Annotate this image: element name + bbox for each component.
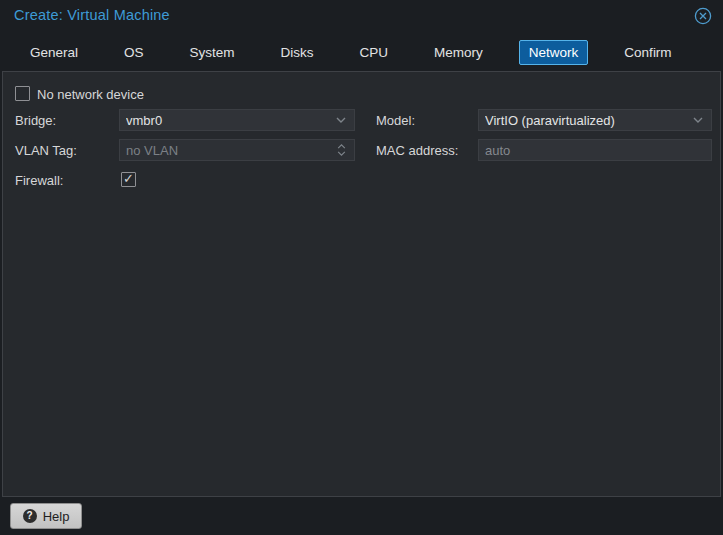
dialog-footer: ? Help Advanced ✓ Back Next	[0, 497, 723, 535]
no-network-device-label: No network device	[37, 87, 144, 102]
tab-os[interactable]: OS	[114, 40, 154, 65]
dialog-titlebar: Create: Virtual Machine	[0, 0, 723, 32]
vlan-tag-label: VLAN Tag:	[15, 143, 77, 158]
firewall-label: Firewall:	[15, 173, 63, 188]
dialog-title: Create: Virtual Machine	[14, 7, 170, 23]
network-tab-panel: ✓ No network device Bridge: Model: VLAN …	[2, 71, 721, 497]
tab-system[interactable]: System	[180, 40, 245, 65]
mac-address-label: MAC address:	[376, 143, 458, 158]
model-input[interactable]	[485, 113, 691, 128]
vlan-tag-input[interactable]	[126, 143, 334, 158]
chevron-down-icon[interactable]	[334, 110, 348, 130]
tab-general[interactable]: General	[20, 40, 88, 65]
tab-network[interactable]: Network	[519, 40, 589, 65]
bridge-combobox[interactable]	[119, 109, 355, 131]
bridge-label: Bridge:	[15, 113, 56, 128]
tab-cpu[interactable]: CPU	[350, 40, 399, 65]
model-combobox[interactable]	[478, 109, 712, 131]
spinner-up-down-icon[interactable]	[334, 140, 348, 160]
checkmark-icon: ✓	[123, 172, 134, 185]
no-network-device-checkbox[interactable]: ✓	[15, 86, 30, 101]
tab-memory[interactable]: Memory	[424, 40, 493, 65]
bridge-input[interactable]	[126, 113, 334, 128]
model-label: Model:	[376, 113, 415, 128]
mac-address-input[interactable]	[485, 143, 705, 158]
mac-address-field[interactable]	[478, 139, 712, 161]
help-button-label: Help	[43, 509, 70, 524]
tab-disks[interactable]: Disks	[271, 40, 324, 65]
wizard-tabs: General OS System Disks CPU Memory Netwo…	[20, 40, 682, 64]
vlan-tag-spinner[interactable]	[119, 139, 355, 161]
question-mark-icon: ?	[23, 509, 37, 523]
chevron-down-icon[interactable]	[691, 110, 705, 130]
close-icon[interactable]	[694, 7, 712, 25]
help-button[interactable]: ? Help	[10, 503, 82, 529]
tab-confirm[interactable]: Confirm	[614, 40, 681, 65]
firewall-checkbox[interactable]: ✓	[121, 172, 136, 187]
